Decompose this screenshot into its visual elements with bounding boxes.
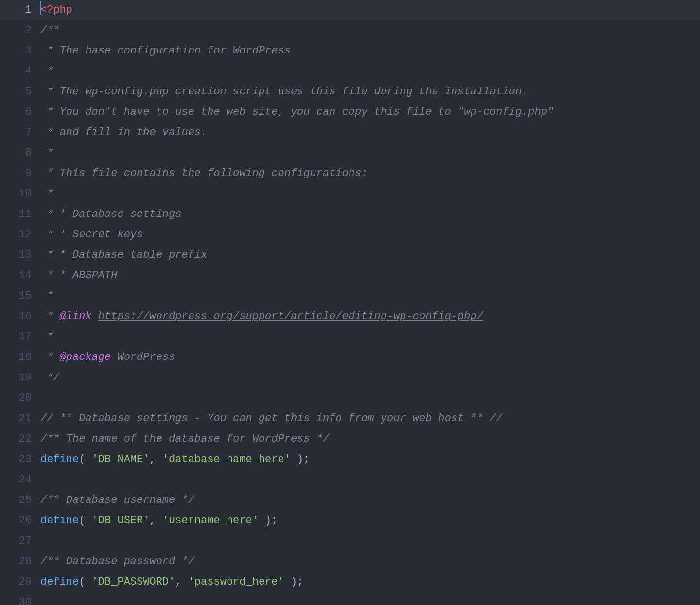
code-line[interactable]: * The base configuration for WordPress [40,41,700,61]
code-line[interactable]: * This file contains the following confi… [40,163,700,184]
token-cmt: * [40,147,53,159]
code-line[interactable]: * You don't have to use the web site, yo… [40,102,700,123]
line-number[interactable]: 24 [0,470,32,490]
line-number-gutter[interactable]: 1234567891011121314151617181920212223242… [0,0,40,605]
line-number[interactable]: 27 [0,531,32,552]
line-number[interactable]: 19 [0,368,32,388]
token-cmt: * The wp-config.php creation script uses… [40,86,528,98]
code-line[interactable] [40,470,700,490]
code-line[interactable]: * @package WordPress [40,347,700,368]
line-number[interactable]: 25 [0,490,32,511]
token-punc: ( [79,453,91,465]
token-doctag: @package [60,351,111,363]
token-cmt: */ [40,372,60,384]
token-cmt: /** [40,24,60,36]
code-area[interactable]: <?php/** * The base configuration for Wo… [40,0,700,605]
code-line[interactable]: * [40,327,700,347]
line-number[interactable]: 7 [0,123,32,143]
line-number[interactable]: 18 [0,347,32,368]
code-line[interactable]: * [40,61,700,82]
code-line[interactable]: * [40,143,700,163]
code-line[interactable]: // ** Database settings - You can get th… [40,409,700,429]
line-number[interactable]: 4 [0,61,32,82]
token-cmt [92,310,98,322]
token-cmt: // ** Database settings - You can get th… [40,412,503,425]
line-number[interactable]: 5 [0,82,32,102]
code-line[interactable]: define( 'DB_NAME', 'database_name_here' … [40,449,700,470]
line-number[interactable]: 2 [0,20,32,41]
token-punc: ); [259,515,278,527]
line-number[interactable]: 1 [0,0,32,20]
token-cmt: * and fill in the values. [40,126,207,139]
line-number[interactable]: 9 [0,163,32,184]
code-line[interactable]: /** [40,20,700,41]
token-punc: ( [79,576,91,588]
line-number[interactable]: 17 [0,327,32,347]
code-line[interactable]: /** Database username */ [40,490,700,511]
line-number[interactable]: 20 [0,388,32,409]
token-punc: ); [284,576,304,588]
token-fn: define [40,453,79,465]
token-cmt: * * Database settings [40,208,181,220]
code-line[interactable]: */ [40,368,700,388]
line-number[interactable]: 6 [0,102,32,123]
code-line[interactable]: * @link https://wordpress.org/support/ar… [40,306,700,327]
line-number[interactable]: 10 [0,184,32,204]
code-line[interactable]: * [40,286,700,306]
code-line[interactable]: * * Secret keys [40,225,700,245]
token-str: 'database_name_here' [162,453,291,465]
token-fn: define [40,515,79,527]
code-line[interactable]: define( 'DB_USER', 'username_here' ); [40,511,700,531]
line-number[interactable]: 30 [0,592,32,605]
token-punc: , [149,515,162,527]
token-cmt: * [40,65,53,77]
code-editor[interactable]: 1234567891011121314151617181920212223242… [0,0,700,605]
line-number[interactable]: 11 [0,204,32,225]
code-line[interactable] [40,531,700,552]
token-str: 'DB_NAME' [92,453,150,465]
token-punc: ( [79,515,91,527]
code-line[interactable] [40,592,700,605]
token-cmt: * * Database table prefix [40,249,207,261]
token-cmt: * [40,290,53,302]
token-cmt: * [40,188,53,200]
line-number[interactable]: 12 [0,225,32,245]
code-line[interactable]: define( 'DB_PASSWORD', 'password_here' )… [40,572,700,592]
token-punc: , [149,453,162,465]
line-number[interactable]: 23 [0,449,32,470]
code-line[interactable]: /** Database password */ [40,552,700,572]
line-number[interactable]: 21 [0,409,32,429]
code-line[interactable]: * [40,184,700,204]
token-cmt: /** Database password */ [40,555,194,568]
line-number[interactable]: 26 [0,511,32,531]
token-punc: ); [291,453,310,465]
token-link: https://wordpress.org/support/article/ed… [98,310,483,322]
line-number[interactable]: 14 [0,266,32,286]
token-cmt: /** The name of the database for WordPre… [40,433,329,445]
code-line[interactable]: * and fill in the values. [40,123,700,143]
token-cmt: WordPress [111,351,175,363]
token-cmt: * * Secret keys [40,229,143,241]
line-number[interactable]: 29 [0,572,32,592]
token-str: 'password_here' [188,576,284,588]
line-number[interactable]: 15 [0,286,32,306]
token-str: 'username_here' [162,515,259,527]
code-line[interactable]: /** The name of the database for WordPre… [40,429,700,449]
token-cmt: * This file contains the following confi… [40,167,368,179]
code-line[interactable]: * The wp-config.php creation script uses… [40,82,700,102]
code-line[interactable]: * * ABSPATH [40,266,700,286]
line-number[interactable]: 16 [0,306,32,327]
code-line[interactable]: <?php [40,0,700,20]
line-number[interactable]: 3 [0,41,32,61]
code-line[interactable]: * * Database settings [40,204,700,225]
token-cmt: * [40,331,53,343]
token-cmt: /** Database username */ [40,494,194,506]
line-number[interactable]: 22 [0,429,32,449]
line-number[interactable]: 28 [0,552,32,572]
code-line[interactable] [40,388,700,409]
line-number[interactable]: 8 [0,143,32,163]
code-line[interactable]: * * Database table prefix [40,245,700,266]
token-tag: <?php [40,4,72,16]
line-number[interactable]: 13 [0,245,32,266]
token-cmt: * You don't have to use the web site, yo… [40,106,554,118]
